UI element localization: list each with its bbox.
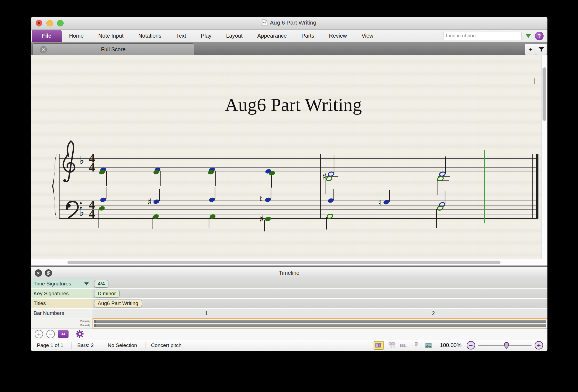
- timeline-title: Timeline: [31, 270, 547, 276]
- find-in-ribbon-input[interactable]: [443, 32, 522, 40]
- status-bar: Page 1 of 1 Bars: 2 No Selection Concert…: [31, 339, 547, 351]
- document-icon: [262, 19, 267, 27]
- row-label: Key Signatures: [34, 291, 69, 297]
- view-mode-strip-vertical-button[interactable]: [412, 342, 421, 349]
- zoom-out-timeline-button[interactable]: −: [46, 330, 55, 338]
- new-tab-button[interactable]: +: [525, 44, 536, 55]
- fit-width-button[interactable]: ↔: [58, 330, 68, 338]
- timeline-instrument-track: Piano (a) Piano (b): [31, 318, 547, 329]
- row-label: Time Signatures: [34, 281, 71, 287]
- timeline-row-key-signatures: Key Signatures D minor: [31, 289, 547, 299]
- ribbon-bar: File Home Note Input Notations Text Play…: [31, 30, 547, 42]
- ribbon-tab-review[interactable]: Review: [321, 30, 354, 42]
- timeline-row-time-signatures: Time Signatures 4/4: [31, 279, 547, 289]
- bar-number-2[interactable]: 2: [432, 310, 435, 316]
- key-signature-chip[interactable]: D minor: [94, 290, 120, 297]
- svg-text:4: 4: [89, 160, 95, 174]
- zoom-slider[interactable]: [478, 342, 532, 349]
- selection-indicator[interactable]: No Selection: [102, 342, 145, 349]
- svg-text:♮: ♮: [378, 197, 381, 208]
- ribbon-tab-notations[interactable]: Notations: [131, 30, 169, 42]
- chevron-down-icon[interactable]: [84, 282, 89, 285]
- svg-text:♮: ♮: [260, 194, 263, 205]
- instrument-label: Piano (a): [80, 320, 90, 322]
- app-window: Aug 6 Part Writing File Home Note Input …: [31, 17, 547, 351]
- bars-indicator[interactable]: Bars: 2: [72, 342, 102, 349]
- zoom-level: 100.00%: [440, 342, 461, 348]
- ribbon-tab-play[interactable]: Play: [193, 30, 219, 42]
- view-mode-spreads-button[interactable]: [374, 341, 384, 350]
- horizontal-scrollbar[interactable]: [31, 259, 547, 266]
- svg-text:1: 1: [532, 76, 537, 86]
- minimize-ribbon-icon[interactable]: [526, 34, 531, 38]
- svg-text:♭: ♭: [79, 154, 84, 167]
- time-signature-chip[interactable]: 4/4: [94, 280, 108, 288]
- score-view[interactable]: Aug6 Part Writing1♭♭4444♯♯♮♯♮: [31, 55, 547, 259]
- svg-text:♯: ♯: [147, 197, 152, 207]
- gear-icon[interactable]: [75, 330, 84, 338]
- timeline-body: Time Signatures 4/4 Key Signatures D min…: [31, 279, 547, 329]
- vertical-scrollbar-thumb[interactable]: [543, 67, 546, 121]
- ribbon-tab-appearance[interactable]: Appearance: [250, 30, 294, 42]
- zoom-out-button[interactable]: −: [467, 341, 475, 349]
- zoom-in-timeline-button[interactable]: +: [35, 330, 43, 338]
- ribbon-tab-file[interactable]: File: [32, 30, 62, 42]
- row-label: Bar Numbers: [34, 310, 64, 316]
- ribbon-tab-text[interactable]: Text: [169, 30, 193, 42]
- divider: [72, 330, 72, 337]
- ribbon-tab-view[interactable]: View: [354, 30, 381, 42]
- zoom-in-button[interactable]: +: [535, 341, 543, 349]
- title-chip[interactable]: Aug6 Part Writing: [94, 300, 142, 307]
- row-label: Titles: [34, 300, 46, 306]
- ribbon-tab-layout[interactable]: Layout: [219, 30, 250, 42]
- title-bar: Aug 6 Part Writing: [31, 17, 547, 30]
- bar-divider-line: [321, 279, 321, 329]
- svg-text:♭: ♭: [79, 206, 84, 218]
- ribbon-tab-note-input[interactable]: Note Input: [91, 30, 131, 42]
- svg-text:Aug6 Part Writing: Aug6 Part Writing: [225, 95, 362, 115]
- tab-full-score[interactable]: × Full Score: [32, 43, 194, 55]
- instrument-bar[interactable]: [94, 324, 546, 327]
- tab-list-filter-button[interactable]: [536, 44, 547, 55]
- svg-text:4: 4: [89, 207, 95, 221]
- document-tab-bar: × Full Score +: [31, 42, 547, 55]
- ribbon-tab-home[interactable]: Home: [62, 30, 91, 42]
- instrument-bar[interactable]: [94, 320, 546, 323]
- svg-text:♯: ♯: [259, 214, 264, 224]
- zoom-slider-thumb[interactable]: [504, 342, 509, 350]
- view-mode-strip-horizontal-button[interactable]: [399, 342, 409, 349]
- bar-number-1[interactable]: 1: [205, 310, 208, 316]
- timeline-row-titles: Titles Aug6 Part Writing: [31, 299, 547, 309]
- help-button[interactable]: ?: [535, 32, 544, 40]
- score-canvas[interactable]: Aug6 Part Writing1♭♭4444♯♯♮♯♮: [31, 55, 547, 259]
- horizontal-scrollbar-thumb[interactable]: [67, 261, 500, 264]
- timeline-header: × Timeline: [31, 267, 547, 279]
- funnel-icon: [538, 46, 545, 52]
- instrument-label: Piano (b): [80, 324, 90, 327]
- vertical-scrollbar[interactable]: [541, 55, 547, 259]
- timeline-controls: + − ↔: [31, 329, 547, 339]
- page-indicator[interactable]: Page 1 of 1: [31, 342, 72, 349]
- view-mode-pages-vertical-button[interactable]: [387, 342, 396, 349]
- concert-pitch-indicator[interactable]: Concert pitch: [145, 342, 190, 349]
- ribbon-tab-parts[interactable]: Parts: [294, 30, 322, 42]
- panorama-view-button[interactable]: [424, 342, 433, 349]
- timeline-row-bar-numbers: Bar Numbers 1 2: [31, 309, 547, 318]
- window-title: Aug 6 Part Writing: [31, 19, 547, 27]
